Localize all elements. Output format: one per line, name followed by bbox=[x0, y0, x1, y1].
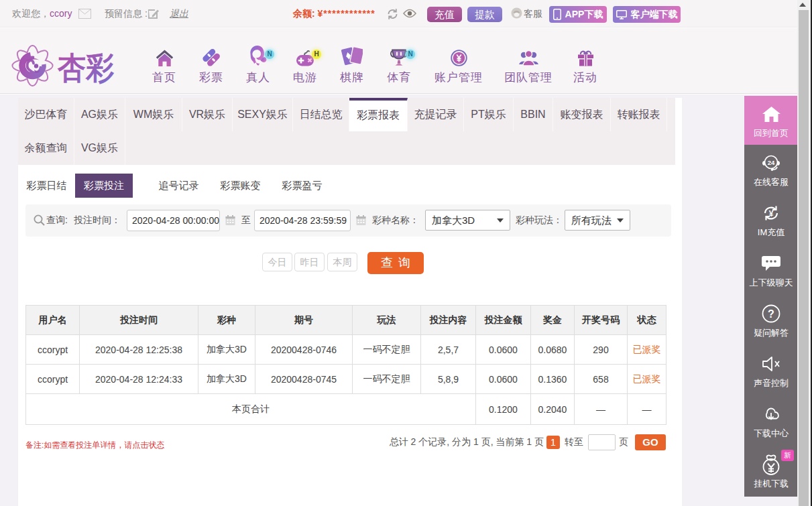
svg-text:¥: ¥ bbox=[769, 209, 774, 218]
svg-text:24: 24 bbox=[768, 159, 775, 166]
svg-text:?: ? bbox=[768, 308, 774, 320]
svg-text:杏彩: 杏彩 bbox=[57, 50, 114, 85]
